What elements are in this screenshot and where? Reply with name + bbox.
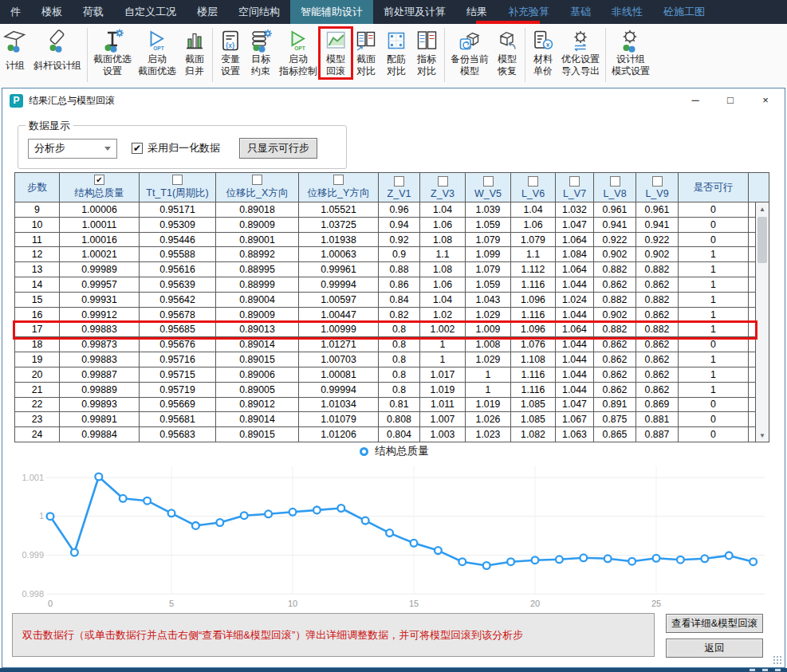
table-cell-filler <box>749 352 755 367</box>
start-indicator-control-icon: OPT <box>286 27 310 53</box>
table-cell: 1 <box>420 337 466 352</box>
toolbar-label: 启动指标控制 <box>279 53 317 77</box>
table-row-step-18[interactable]: 180.998730.956760.890141.012710.811.0081… <box>15 337 755 352</box>
col-label: 位移比_X方向 <box>226 187 289 200</box>
svg-text:OPT: OPT <box>294 45 305 51</box>
table-row-step-24[interactable]: 240.998840.956830.890151.012060.8041.003… <box>15 427 755 442</box>
scroll-down-icon[interactable]: ▼ <box>756 429 769 442</box>
col-checkbox-11[interactable] <box>652 176 663 187</box>
backup-current-model-button[interactable]: 备份当前模型 <box>447 26 492 78</box>
table-cell: 1.085 <box>511 412 556 426</box>
menu-item-2[interactable]: 荷载 <box>73 0 114 24</box>
material-price-icon: ¥ <box>531 27 555 53</box>
toolbar-group-3: 备份当前模型模型恢复 <box>447 26 522 78</box>
table-cell: 13 <box>15 262 60 277</box>
target-constraint-button[interactable]: 目标约束 <box>246 26 276 78</box>
col-checkbox-7[interactable] <box>483 176 494 187</box>
analysis-step-dropdown[interactable]: 分析步 <box>28 139 117 159</box>
indicator-compare-button[interactable]: 指标对比 <box>411 26 442 78</box>
col-header-8: L_V6 <box>511 173 556 202</box>
menu-item-11[interactable]: 非线性 <box>601 0 653 24</box>
table-cell: 1.099 <box>466 247 511 261</box>
menu-bar: 件楼板荷载自定义工况楼层空间结构智能辅助设计前处理及计算结果补充验算基础非线性砼… <box>0 0 787 24</box>
section-optimize-settings-button[interactable]: 截面优选设置 <box>90 26 135 78</box>
rebar-compare-button[interactable]: 配筋对比 <box>381 26 411 78</box>
scroll-thumb[interactable] <box>757 217 767 263</box>
resize-grip[interactable] <box>773 655 782 665</box>
close-button[interactable]: × <box>748 88 783 112</box>
back-button[interactable]: 返回 <box>666 639 763 658</box>
col-header-4: 位移比_Y方向 <box>299 173 379 202</box>
col-checkbox-2[interactable] <box>172 175 183 185</box>
model-restore-button[interactable]: 模型恢复 <box>492 26 522 78</box>
rebar-compare-icon <box>384 27 408 53</box>
frame-group-button[interactable]: 计组 <box>0 26 30 78</box>
section-merge-icon <box>183 27 207 53</box>
table-row-step-16[interactable]: 160.999120.956780.890091.004470.821.021.… <box>15 308 755 323</box>
show-feasible-steps-button[interactable]: 只显示可行步 <box>239 138 317 159</box>
table-cell: 1.116 <box>511 383 556 397</box>
table-row-step-15[interactable]: 150.999310.956420.890041.005970.841.041.… <box>15 293 755 308</box>
col-checkbox-1[interactable] <box>94 175 104 185</box>
table-cell: 0.875 <box>594 412 636 426</box>
section-merge-button[interactable]: 截面归并 <box>179 26 210 78</box>
normalized-data-checkbox[interactable] <box>132 143 143 154</box>
view-detail-rollback-button[interactable]: 查看详细&模型回滚 <box>666 614 763 633</box>
col-checkbox-3[interactable] <box>252 175 262 185</box>
maximize-button[interactable]: □ <box>713 88 748 112</box>
col-checkbox-8[interactable] <box>528 176 538 187</box>
col-label: L_V6 <box>521 188 545 199</box>
col-checkbox-5[interactable] <box>394 176 404 187</box>
menu-item-10[interactable]: 基础 <box>560 0 601 24</box>
menu-item-6[interactable]: 智能辅助设计 <box>290 0 373 24</box>
design-group-mode-settings-button[interactable]: 设计组模式设置 <box>608 26 653 78</box>
table-scrollbar[interactable]: ▲ ▼ <box>755 202 769 442</box>
menu-item-7[interactable]: 前处理及计算 <box>373 0 456 24</box>
col-checkbox-4[interactable] <box>333 175 344 185</box>
menu-item-0[interactable]: 件 <box>0 0 31 24</box>
table-row-step-20[interactable]: 200.998870.957150.890061.000810.81.01711… <box>15 367 755 383</box>
table-row-step-11[interactable]: 111.000160.954460.890011.019380.921.081.… <box>15 233 755 248</box>
table-row-step-14[interactable]: 140.999570.956390.889990.999940.861.061.… <box>15 277 755 293</box>
table-row-step-19[interactable]: 190.998830.957160.890151.007030.811.0291… <box>15 352 755 367</box>
brace-design-group-button[interactable]: 斜杆设计组 <box>30 26 85 78</box>
section-compare-button[interactable]: 截面对比 <box>351 26 381 78</box>
table-cell: 0.862 <box>636 367 679 382</box>
toolbar-label: 截面优选设置 <box>93 53 132 77</box>
brace-design-group-icon <box>45 27 69 53</box>
start-section-optimize-button[interactable]: OPT启动截面优选 <box>135 26 179 78</box>
menu-item-12[interactable]: 砼施工图 <box>653 0 715 24</box>
col-label: 结构总质量 <box>74 187 124 200</box>
optimize-settings-io-button[interactable]: 优化设置导入导出 <box>558 26 603 78</box>
dialog-titlebar[interactable]: P 结果汇总与模型回滚 ─ □ × <box>2 88 785 112</box>
menu-item-5[interactable]: 空间结构 <box>228 0 290 24</box>
table-cell: 0.88992 <box>216 247 299 261</box>
model-rollback-button[interactable]: 模型回滚 <box>321 26 351 78</box>
col-checkbox-6[interactable] <box>438 176 448 187</box>
variable-settings-button[interactable]: {x}变量设置 <box>215 26 246 78</box>
start-indicator-control-button[interactable]: OPT启动指标控制 <box>276 26 321 78</box>
table-cell: 0.95588 <box>140 247 216 261</box>
table-row-step-12[interactable]: 121.000210.955880.889921.000630.91.11.09… <box>15 247 755 262</box>
col-checkbox-10[interactable] <box>610 176 620 187</box>
menu-item-4[interactable]: 楼层 <box>187 0 228 24</box>
table-cell: 17 <box>15 323 60 337</box>
table-row-step-22[interactable]: 220.998930.956690.890121.010340.811.0111… <box>15 398 755 413</box>
menu-item-3[interactable]: 自定义工况 <box>114 0 187 24</box>
start-section-optimize-icon: OPT <box>145 27 169 53</box>
svg-text:{x}: {x} <box>226 41 235 49</box>
table-row-step-21[interactable]: 210.998890.957190.890050.999940.81.01911… <box>15 383 755 398</box>
material-price-button[interactable]: ¥材料单价 <box>528 26 558 78</box>
menu-item-1[interactable]: 楼板 <box>31 0 73 24</box>
table-row-step-10[interactable]: 101.000110.953090.890091.037250.941.061.… <box>15 218 755 233</box>
table-row-step-17[interactable]: 170.998830.956850.890131.009990.81.0021.… <box>15 323 755 338</box>
scroll-up-icon[interactable]: ▲ <box>756 202 769 215</box>
minimize-button[interactable]: ─ <box>678 88 713 112</box>
table-row-step-9[interactable]: 91.000060.951710.890181.055210.961.041.0… <box>15 202 755 218</box>
table-cell: 0.8 <box>379 383 420 397</box>
table-row-step-23[interactable]: 230.998910.956810.890141.010790.8081.007… <box>15 412 755 427</box>
col-checkbox-9[interactable] <box>569 176 580 187</box>
table-row-step-13[interactable]: 130.999890.956160.889950.999610.881.081.… <box>15 262 755 277</box>
table-cell: 1.011 <box>420 398 466 412</box>
toolbar-label: 材料单价 <box>533 53 553 77</box>
